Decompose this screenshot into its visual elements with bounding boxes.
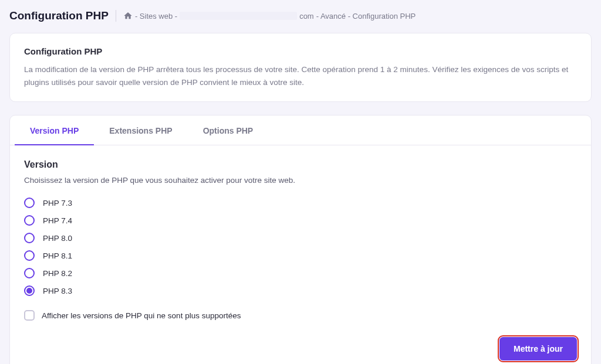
php-version-option[interactable]: PHP 8.2 (24, 268, 577, 278)
tab-version-php[interactable]: Version PHP (15, 115, 94, 145)
header-divider (116, 10, 116, 22)
php-version-option[interactable]: PHP 8.1 (24, 250, 577, 261)
php-version-label: PHP 7.4 (43, 216, 72, 225)
php-version-option[interactable]: PHP 7.3 (24, 198, 577, 208)
breadcrumb-domain-suffix: com (299, 12, 314, 21)
update-button[interactable]: Mettre à jour (499, 337, 577, 360)
checkbox-icon (24, 310, 35, 321)
breadcrumb-part: - Avancé - Configuration PHP (316, 12, 416, 21)
php-version-label: PHP 8.3 (43, 287, 72, 295)
php-version-option[interactable]: PHP 8.3 (24, 285, 577, 296)
tab-extensions-php[interactable]: Extensions PHP (94, 115, 187, 145)
page-header: Configuration PHP - Sites web - com - Av… (9, 9, 592, 22)
radio-icon (24, 268, 35, 278)
info-body: La modification de la version de PHP arr… (24, 63, 577, 89)
php-version-option[interactable]: PHP 7.4 (24, 215, 577, 226)
section-subtitle: Choisissez la version de PHP que vous so… (24, 176, 577, 185)
tab-options-php[interactable]: Options PHP (188, 115, 269, 145)
radio-icon (24, 215, 35, 226)
info-heading: Configuration PHP (24, 46, 577, 56)
php-version-label: PHP 7.3 (43, 199, 72, 207)
info-card: Configuration PHP La modification de la … (9, 33, 592, 102)
php-version-label: PHP 8.0 (43, 234, 72, 243)
radio-icon (24, 250, 35, 261)
version-panel: Version Choisissez la version de PHP que… (10, 145, 591, 364)
show-unsupported-toggle[interactable]: Afficher les versions de PHP qui ne sont… (24, 310, 577, 321)
radio-icon (24, 233, 35, 243)
php-version-label: PHP 8.2 (43, 269, 72, 278)
radio-icon (24, 285, 35, 296)
breadcrumb[interactable]: - Sites web - com - Avancé - Configurati… (123, 11, 416, 21)
php-version-option[interactable]: PHP 8.0 (24, 233, 577, 243)
breadcrumb-domain-redacted (180, 12, 297, 20)
home-icon (123, 11, 133, 21)
php-version-label: PHP 8.1 (43, 251, 72, 260)
show-unsupported-label: Afficher les versions de PHP qui ne sont… (42, 311, 241, 320)
breadcrumb-part: - Sites web - (135, 12, 177, 21)
section-title: Version (24, 159, 577, 170)
actions-row: Mettre à jour (24, 337, 577, 360)
main-card: Version PHPExtensions PHPOptions PHP Ver… (9, 115, 592, 364)
radio-icon (24, 198, 35, 208)
tabs: Version PHPExtensions PHPOptions PHP (10, 115, 591, 145)
php-version-list: PHP 7.3PHP 7.4PHP 8.0PHP 8.1PHP 8.2PHP 8… (24, 198, 577, 296)
page-title: Configuration PHP (9, 9, 109, 22)
